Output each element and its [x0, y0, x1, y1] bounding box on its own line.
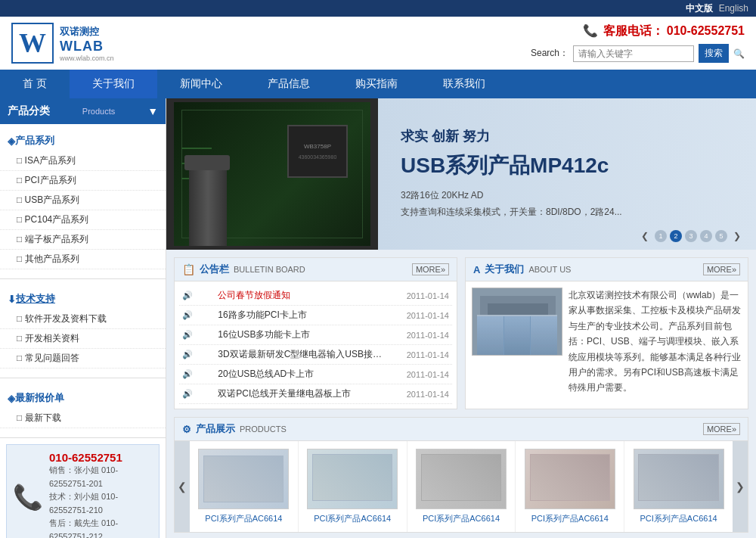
about-title-cn: 关于我们	[485, 263, 524, 276]
products-more[interactable]: MORE»	[703, 423, 740, 435]
logo-w: W	[19, 27, 46, 59]
bulletin-item-text-3[interactable]: 16位USB多功能卡上市	[218, 328, 384, 341]
search-line: Search： 搜索 🔍	[531, 44, 745, 63]
products-next-button[interactable]: ❯	[733, 441, 748, 532]
sidebar: 产品分类 Products ▼ ◈ 产品系列 ISA产品系列 PCI产品系列 U…	[0, 98, 166, 538]
about-more[interactable]: MORE»	[703, 263, 740, 275]
sidebar-products-title: ◈ 产品系列	[0, 130, 166, 151]
product-item-2: PCI系列产品AC6614	[299, 441, 407, 532]
product-name-4[interactable]: PCI系列产品AC6614	[519, 513, 620, 524]
product-thumb-2	[307, 449, 398, 509]
nav-buy[interactable]: 购买指南	[333, 70, 420, 98]
nav-home[interactable]: 首 页	[0, 70, 70, 98]
about-title-en: ABOUT US	[528, 265, 571, 274]
banner-dot-1[interactable]: 1	[655, 230, 667, 242]
about-text: 北京双诺测控技术有限公司（wwlab）是一家从事数据采集、工控板卡及模块产品研发…	[569, 288, 742, 396]
bulletin-item-icon-4: 🔊	[182, 350, 193, 359]
bulletin-item-3: 🔊 16位USB多功能卡上市 2011-01-14	[179, 325, 452, 345]
banner-dots: ❮ 1 2 3 4 5 ❯	[641, 230, 741, 242]
bulletin-item-date-1: 2011-01-14	[407, 291, 449, 300]
product-name-5[interactable]: PCI系列产品AC6614	[628, 513, 729, 524]
bulletin-title-en: BULLETIN BOARD	[234, 265, 305, 274]
bulletin-item-text-4[interactable]: 3D双诺最新研发C型继电器输入USB接口..	[218, 348, 384, 361]
tech-support-icon: ⬇	[8, 294, 16, 305]
price-list-icon: ◈	[8, 393, 15, 404]
nav-products[interactable]: 产品信息	[245, 70, 333, 98]
bulletin-item-date-2: 2011-01-14	[407, 311, 449, 320]
sidebar-dropdown-icon[interactable]: ▼	[147, 105, 158, 117]
products-title-cn: 产品展示	[196, 422, 235, 436]
nav-contact[interactable]: 联系我们	[420, 70, 508, 98]
sidebar-header: 产品分类 Products ▼	[0, 98, 166, 124]
search-button[interactable]: 搜索	[699, 44, 729, 63]
about-icon: A	[473, 264, 480, 275]
sidebar-item-dev[interactable]: 开发相关资料	[0, 329, 166, 349]
product-series-label: 产品系列	[15, 134, 54, 148]
bulletin-item-text-2[interactable]: 16路多功能PCI卡上市	[218, 309, 384, 322]
main-content: WB3758P 4360034365980 求实 创新 努力 USB系列产品MP…	[166, 98, 756, 538]
sidebar-item-terminal[interactable]: 端子板产品系列	[0, 230, 166, 250]
product-name-2[interactable]: PCI系列产品AC6614	[302, 513, 403, 524]
product-name-3[interactable]: PCI系列产品AC6614	[411, 513, 512, 524]
sidebar-item-latest[interactable]: 最新下载	[0, 409, 166, 428]
sidebar-item-pc104[interactable]: PC104产品系列	[0, 210, 166, 230]
products-prev-button[interactable]: ❮	[175, 441, 190, 532]
search-label: Search：	[531, 47, 569, 60]
logo: W 双诺测控 WLAB www.wlab.com.cn	[11, 23, 114, 64]
bulletin-title-cn: 公告栏	[200, 263, 229, 276]
bulletin-item-date-6: 2011-01-14	[407, 390, 449, 399]
lang-en[interactable]: English	[719, 3, 748, 14]
sidebar-phone-number: 010-62552751	[49, 451, 153, 464]
nav-news[interactable]: 新闻中心	[157, 70, 245, 98]
bulletin-item-text-6[interactable]: 双诺PCI总线开关量继电器板上市	[218, 387, 384, 400]
bulletin-more[interactable]: MORE»	[412, 263, 449, 275]
bulletin-item-5: 🔊 20位USB总线AD卡上市 2011-01-14	[179, 365, 452, 384]
sidebar-item-software[interactable]: 软件开发及资料下载	[0, 309, 166, 329]
sidebar-item-isa[interactable]: ISA产品系列	[0, 151, 166, 171]
product-item-4: PCI系列产品AC6614	[516, 441, 624, 532]
bulletin-header: 📋 公告栏 BULLETIN BOARD MORE»	[175, 258, 457, 281]
lang-cn[interactable]: 中文版	[686, 2, 713, 15]
banner-dot-2[interactable]: 2	[670, 230, 682, 242]
product-name-1[interactable]: PCI系列产品AC6614	[194, 513, 294, 524]
banner-dot-4[interactable]: 4	[700, 230, 712, 242]
product-thumb-1	[198, 449, 289, 509]
sidebar-item-other[interactable]: 其他产品系列	[0, 250, 166, 269]
sidebar-phone-box: 📞 010-62552751 销售：张小姐 010-62552751-201 技…	[6, 444, 160, 538]
bulletin-item-4: 🔊 3D双诺最新研发C型继电器输入USB接口.. 2011-01-14	[179, 345, 452, 365]
product-thumb-5	[634, 449, 724, 509]
nav-about[interactable]: 关于我们	[70, 70, 157, 98]
sidebar-item-pci[interactable]: PCI产品系列	[0, 171, 166, 191]
banner-desc-2: 支持查询和连续采集模式，开关量：8DI/8DO，2路24...	[401, 204, 733, 221]
banner-prev[interactable]: ❮	[641, 231, 649, 241]
top-bar: 中文版 English	[0, 0, 756, 17]
sidebar-header-title: 产品分类	[8, 104, 50, 118]
bulletin-list: 🔊 公司春节放假通知 2011-01-14 🔊 16路多功能PCI卡上市 201…	[175, 281, 457, 409]
bulletin-item-text-1[interactable]: 公司春节放假通知	[218, 289, 384, 302]
bulletin-item-date-4: 2011-01-14	[407, 350, 449, 359]
sidebar-item-usb[interactable]: USB产品系列	[0, 191, 166, 210]
banner-next[interactable]: ❯	[733, 231, 741, 241]
phone-number: 010-62552751	[667, 24, 745, 37]
bulletin-icon: 📋	[182, 263, 195, 275]
bulletin-item-text-5[interactable]: 20位USB总线AD卡上市	[218, 368, 384, 381]
product-thumb-4	[525, 449, 615, 509]
bulletin-item-icon-3: 🔊	[182, 330, 193, 340]
price-list-label: 最新报价单	[15, 391, 64, 405]
sidebar-section-tech: ⬇ 技术支持 软件开发及资料下载 开发相关资料 常见问题回答	[0, 282, 166, 375]
search-input[interactable]	[573, 45, 694, 62]
sidebar-item-faq[interactable]: 常见问题回答	[0, 349, 166, 369]
phone-box-info: 010-62552751 销售：张小姐 010-62552751-201 技术：…	[49, 451, 153, 538]
sidebar-tech-title: ⬇ 技术支持	[0, 288, 166, 309]
bulletin-item-icon-1: 🔊	[182, 291, 193, 300]
tech-support-label: 技术支持	[16, 292, 55, 306]
product-series-icon: ◈	[8, 135, 15, 147]
logo-en-text: WLAB	[60, 39, 114, 54]
bulletin-item-icon-2: 🔊	[182, 310, 193, 320]
sidebar-contact-service: 售后：戴先生 010-62552751-212	[49, 517, 153, 538]
about-inner: 北京双诺测控技术有限公司（wwlab）是一家从事数据采集、工控板卡及模块产品研发…	[466, 281, 748, 402]
sidebar-contact-tech: 技术：刘小姐 010-62552751-210	[49, 490, 153, 517]
bulletin-item-icon-6: 🔊	[182, 389, 193, 399]
banner-dot-5[interactable]: 5	[715, 230, 727, 242]
banner-dot-3[interactable]: 3	[685, 230, 697, 242]
